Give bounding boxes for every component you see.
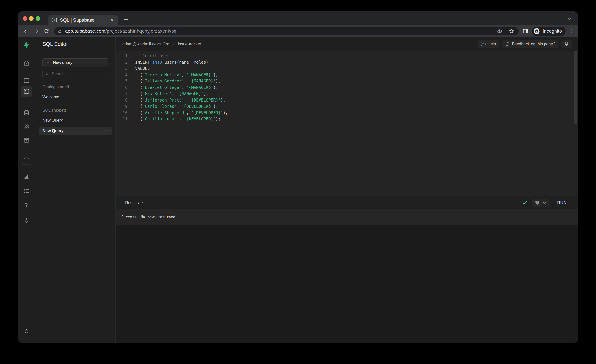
favorite-group: [532, 199, 549, 207]
sidebar-item-authentication[interactable]: [21, 121, 32, 132]
sidebar-item-sql-editor[interactable]: [21, 86, 32, 97]
sidebar-item-storage[interactable]: [21, 135, 32, 146]
code-text: ('Jefferson Pratt', '{DEVELOPER}'),: [127, 97, 225, 104]
new-query-button[interactable]: New query: [42, 58, 108, 67]
code-token: (: [135, 91, 142, 96]
code-token: ),: [221, 98, 225, 103]
query-result-message-wrap: Success. No rows returned: [116, 209, 578, 225]
help-button[interactable]: ? Help: [477, 40, 499, 48]
home-icon: [23, 60, 30, 66]
results-bar: Results RUN: [116, 196, 578, 209]
search-icon: [45, 72, 49, 76]
sidebar-item-edge-functions[interactable]: [21, 152, 32, 164]
sidebar-item-reports[interactable]: [21, 171, 32, 182]
bookmark-star-icon[interactable]: [508, 28, 514, 34]
incognito-spy-icon: [533, 28, 540, 35]
new-tab-button[interactable]: [122, 16, 129, 23]
sidebar-item-welcome[interactable]: Welcome: [39, 93, 112, 101]
plus-icon: [46, 61, 50, 65]
line-number: 4: [116, 72, 127, 78]
url-host: app.supabase.com: [65, 28, 105, 34]
editor-scrollbar[interactable]: [574, 51, 577, 124]
search-input[interactable]: [52, 72, 105, 76]
feedback-button-label: Feedback on this page?: [512, 42, 555, 46]
breadcrumb-project[interactable]: issue-tracker: [178, 42, 201, 46]
notifications-button[interactable]: [561, 40, 572, 48]
section-label-getting-started: Getting started: [42, 85, 108, 89]
breadcrumb-org[interactable]: adam@windmill.dev's Org: [122, 42, 169, 46]
bar-chart-icon: [23, 173, 30, 179]
code-token: '{MANAGER}': [189, 79, 216, 83]
code-token: 'Ezekiel Ortega': [142, 85, 182, 90]
back-icon[interactable]: [23, 28, 30, 35]
code-line: 10 ('Arielle Shepherd', '{DEVELOPER}'),: [116, 110, 578, 116]
browser-window: SQL | Supabase: [18, 11, 578, 343]
code-token: 'Caitlin Lucas': [142, 117, 179, 121]
code-token: '{MANAGER}': [186, 73, 213, 77]
close-window-button[interactable]: [23, 16, 27, 21]
eye-slash-icon[interactable]: [497, 28, 503, 34]
feedback-button[interactable]: Feedback on this page?: [502, 40, 559, 48]
code-text: ('Taliyah Gardner', '{MANAGER}'),: [127, 78, 221, 84]
code-token: );: [216, 117, 221, 121]
side-panel-icon[interactable]: [522, 28, 529, 34]
results-label: Results: [125, 201, 139, 205]
supabase-logo[interactable]: [21, 39, 32, 51]
sidebar-item-table-editor[interactable]: [21, 75, 32, 86]
sidebar-item-logs[interactable]: [21, 185, 32, 197]
code-text: ('Arielle Shepherd', '{DEVELOPER}'),: [127, 110, 228, 116]
browser-menu-icon[interactable]: [569, 28, 575, 34]
code-token: (: [135, 79, 142, 83]
sidebar-item-new-query-selected[interactable]: New Query: [39, 126, 112, 135]
sidebar-item-new-query[interactable]: New Query: [39, 116, 112, 125]
code-token: (: [135, 73, 142, 77]
code-token: '{DEVELOPER}': [184, 117, 216, 121]
forward-icon[interactable]: [33, 28, 40, 35]
minimize-window-button[interactable]: [29, 16, 34, 21]
code-text: -- Insert users: [127, 53, 172, 59]
sidebar-item-settings[interactable]: [21, 215, 32, 226]
code-text: ('Carlo Flores', '{DEVELOPER}'),: [127, 103, 218, 110]
results-dropdown[interactable]: Results: [125, 201, 522, 205]
code-line: 11 ('Caitlin Lucas', '{DEVELOPER}');: [116, 116, 578, 122]
code-token: ),: [213, 104, 218, 109]
tab-close-icon[interactable]: [109, 17, 115, 23]
supabase-app: SQL Editor New query Getting started Wel…: [18, 37, 578, 343]
code-line: 3VALUES: [116, 65, 578, 72]
sidebar-item-database[interactable]: [21, 107, 32, 119]
line-number: 8: [116, 97, 127, 104]
query-result-message: Success. No rows returned: [121, 215, 175, 219]
sql-code-editor[interactable]: 1-- Insert users2INSERT INTO users(name,…: [116, 51, 578, 196]
code-token: ),: [213, 85, 218, 90]
line-number: 7: [116, 91, 127, 97]
account-button[interactable]: [21, 326, 32, 337]
code-token: 'Gia Keller': [142, 91, 172, 96]
code-token: ),: [204, 91, 208, 96]
browser-tab[interactable]: SQL | Supabase: [48, 15, 118, 25]
code-token: ,: [181, 85, 186, 90]
sidebar-item-home[interactable]: [21, 57, 32, 69]
code-token: (: [135, 85, 142, 90]
code-line: 5 ('Taliyah Gardner', '{MANAGER}'),: [116, 78, 578, 84]
users-icon: [23, 124, 30, 130]
zoom-window-button[interactable]: [36, 16, 40, 21]
main-header: adam@windmill.dev's Org / issue-tracker …: [116, 37, 578, 51]
sql-editor-sidebar: SQL Editor New query Getting started Wel…: [35, 37, 116, 343]
url-bar[interactable]: app.supabase.com/project/azahtnhqohyjerz…: [54, 27, 519, 35]
results-empty-area: [116, 225, 578, 343]
code-text: VALUES: [127, 65, 150, 72]
code-token: ),: [213, 73, 218, 77]
gear-icon: [23, 217, 30, 223]
code-token: ,: [184, 98, 189, 103]
heart-icon[interactable]: [535, 200, 540, 206]
indent-guide: [138, 72, 138, 122]
reload-icon[interactable]: [43, 28, 50, 35]
terminal-icon: [23, 88, 30, 94]
person-icon: [23, 328, 30, 334]
sidebar-item-api-docs[interactable]: [21, 200, 32, 211]
tab-search-chevron-icon[interactable]: [567, 16, 572, 22]
code-token: (: [135, 98, 142, 103]
rail-divider: [22, 164, 31, 165]
run-button[interactable]: RUN: [554, 199, 570, 207]
chevron-down-icon[interactable]: [542, 201, 547, 205]
